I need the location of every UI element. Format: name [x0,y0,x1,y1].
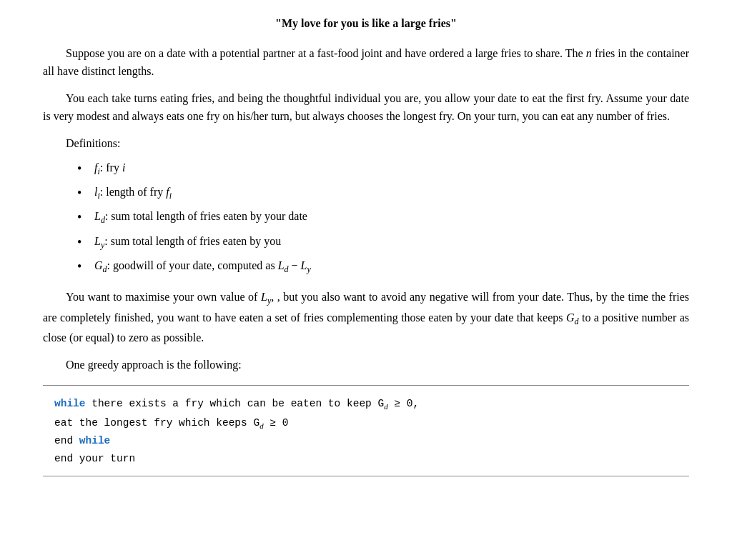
definitions-label: Definitions: [66,134,689,153]
code-line-1: while there exists a fry which can be ea… [54,394,678,413]
code-line-4: end your turn [54,450,678,468]
title: "My love for you is like a large fries" [43,14,689,33]
paragraph-2: You each take turns eating fries, and be… [43,89,689,126]
paragraph-1: Suppose you are on a date with a potenti… [43,44,689,81]
paragraph-4: One greedy approach is the following: [43,356,689,374]
page-content: "My love for you is like a large fries" … [43,14,689,476]
code-line-2: eat the longest fry which keeps Gd ≥ 0 [54,414,678,432]
definitions-list: fi: fry i li: length of fry fi Ld: sum t… [77,159,689,277]
list-item: Ld: sum total length of fries eaten by y… [77,207,689,227]
code-line-3: end while [54,432,678,450]
list-item: Ly: sum total length of fries eaten by y… [77,232,689,252]
code-block: while there exists a fry which can be ea… [43,385,689,476]
list-item: li: length of fry fi [77,183,689,203]
paragraph-3: You want to maximise your own value of L… [43,288,689,346]
list-item: Gd: goodwill of your date, computed as L… [77,256,689,276]
list-item: fi: fry i [77,159,689,179]
